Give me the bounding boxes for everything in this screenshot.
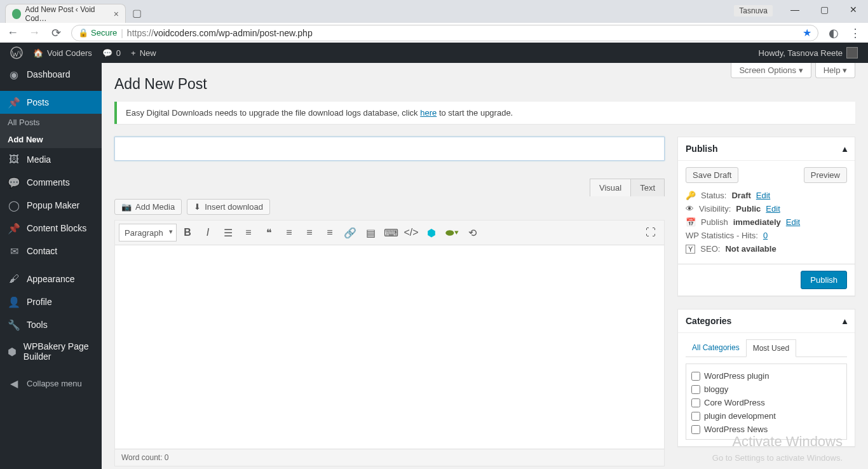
code-button[interactable]: </> — [402, 223, 421, 242]
bold-button[interactable]: B — [178, 223, 197, 242]
help-button[interactable]: Help ▾ — [815, 63, 855, 78]
wp-logo-icon[interactable] — [5, 46, 28, 59]
forward-button[interactable]: → — [28, 26, 41, 39]
tab-text[interactable]: Text — [630, 179, 665, 196]
avatar — [846, 47, 858, 58]
wp-admin-bar: 🏠Void Coders 💬0 +New Howdy, Tasnova Reet… — [0, 43, 868, 63]
add-media-button[interactable]: 📷Add Media — [114, 199, 182, 215]
toggle-icon[interactable]: ▴ — [843, 144, 847, 154]
insert-download-button[interactable]: ⬇Insert download — [187, 199, 270, 215]
back-button[interactable]: ← — [6, 26, 19, 39]
sidebar-item-popup-maker[interactable]: ◯Popup Maker — [0, 194, 102, 217]
download-icon: ⬇ — [194, 202, 201, 212]
sidebar-item-posts[interactable]: 📌Posts — [0, 91, 102, 114]
read-more-button[interactable]: ▤ — [361, 223, 380, 242]
sidebar-item-contact[interactable]: ✉Contact — [0, 240, 102, 262]
editor-toolbar: Paragraph B I ☰ ≡ ❝ ≡ ≡ ≡ 🔗 ▤ ⌨ </> ⬢ — [115, 221, 664, 245]
post-title-input[interactable] — [114, 137, 665, 161]
save-draft-button[interactable]: Save Draft — [686, 167, 738, 183]
comments-icon: 💬 — [8, 176, 20, 189]
editor-content[interactable] — [115, 245, 664, 449]
url-input[interactable]: 🔒 Secure | https://voidcoders.com/wp-adm… — [71, 25, 818, 41]
tab-most-used[interactable]: Most Used — [746, 339, 796, 357]
screen-options-button[interactable]: Screen Options ▾ — [731, 63, 811, 78]
category-item[interactable]: WordPress plugin — [691, 369, 841, 383]
category-list[interactable]: WordPress plugin bloggy Core WordPress p… — [686, 364, 847, 440]
align-left-button[interactable]: ≡ — [280, 223, 299, 242]
screen-meta-links: Screen Options ▾ Help ▾ — [731, 63, 855, 78]
align-right-button[interactable]: ≡ — [320, 223, 339, 242]
reload-button[interactable]: ⟳ — [50, 26, 62, 40]
toggle-icon[interactable]: ▴ — [843, 316, 847, 326]
publish-button[interactable]: Publish — [801, 271, 847, 289]
tab-title: Add New Post ‹ Void Cod… — [25, 5, 109, 23]
category-checkbox[interactable] — [691, 398, 700, 407]
url-text: https://voidcoders.com/wp-admin/post-new… — [127, 28, 313, 38]
seo-row: Y SEO: Not available — [686, 244, 847, 254]
sidebar-item-comments[interactable]: 💬Comments — [0, 171, 102, 194]
extension-icon[interactable]: ◐ — [827, 26, 840, 40]
publish-heading[interactable]: Publish▴ — [678, 137, 855, 161]
sidebar-item-dashboard[interactable]: ◉Dashboard — [0, 63, 102, 86]
preview-button[interactable]: Preview — [804, 167, 847, 183]
submenu-add-new[interactable]: Add New — [0, 131, 102, 148]
comments-link[interactable]: 💬0 — [97, 48, 126, 58]
plugin2-icon[interactable]: ⬬▾ — [442, 223, 461, 242]
tab-all-categories[interactable]: All Categories — [686, 339, 746, 357]
sidebar-item-wpbakery[interactable]: ⬢WPBakery Page Builder — [0, 336, 102, 367]
link-button[interactable]: 🔗 — [341, 223, 360, 242]
profile-badge[interactable]: Tasnuva — [734, 5, 773, 17]
maximize-button[interactable]: ▢ — [810, 0, 839, 19]
camera-icon: 📷 — [121, 202, 132, 212]
status-row: 🔑 Status: Draft Edit — [686, 191, 847, 200]
word-count: Word count: 0 — [115, 449, 664, 466]
edit-visibility-link[interactable]: Edit — [766, 204, 780, 214]
stats-link[interactable]: 0 — [763, 231, 768, 240]
category-checkbox[interactable] — [691, 372, 700, 381]
close-window-button[interactable]: ✕ — [839, 0, 868, 19]
category-checkbox[interactable] — [691, 385, 700, 394]
sidebar-item-media[interactable]: 🖼Media — [0, 148, 102, 171]
submenu-all-posts[interactable]: All Posts — [0, 114, 102, 131]
sidebar-item-appearance[interactable]: 🖌Appearance — [0, 268, 102, 290]
lock-icon: 🔒 — [78, 28, 88, 37]
format-select[interactable]: Paragraph — [119, 224, 177, 241]
categories-heading[interactable]: Categories▴ — [678, 309, 855, 333]
sidebar-item-profile[interactable]: 👤Profile — [0, 290, 102, 313]
sidebar-item-content-blocks[interactable]: 📌Content Blocks — [0, 217, 102, 240]
notice-link[interactable]: here — [420, 108, 437, 118]
mail-icon: ✉ — [8, 245, 20, 257]
numbered-list-button[interactable]: ≡ — [239, 223, 258, 242]
edit-schedule-link[interactable]: Edit — [786, 217, 800, 227]
blockquote-button[interactable]: ❝ — [259, 223, 278, 242]
refresh-button[interactable]: ⟲ — [463, 223, 482, 242]
close-tab-icon[interactable]: × — [114, 9, 119, 19]
edit-status-link[interactable]: Edit — [756, 191, 770, 200]
sidebar-item-tools[interactable]: 🔧Tools — [0, 313, 102, 336]
collapse-menu[interactable]: ◀Collapse menu — [0, 372, 102, 395]
category-item[interactable]: bloggy — [691, 383, 841, 396]
align-center-button[interactable]: ≡ — [300, 223, 319, 242]
category-item[interactable]: WordPress News — [691, 423, 841, 436]
howdy-account[interactable]: Howdy, Tasnova Reete — [754, 47, 863, 58]
site-name-link[interactable]: 🏠Void Coders — [28, 48, 97, 58]
fullscreen-button[interactable]: ⛶ — [641, 223, 660, 242]
brush-icon: 🖌 — [8, 273, 20, 285]
category-checkbox[interactable] — [691, 425, 700, 434]
main-content: Screen Options ▾ Help ▾ Add New Post Eas… — [102, 63, 868, 469]
toolbar-toggle-button[interactable]: ⌨ — [381, 223, 400, 242]
plugin1-icon[interactable]: ⬢ — [422, 223, 441, 242]
browser-tab[interactable]: Add New Post ‹ Void Cod… × — [5, 4, 126, 23]
bullet-list-button[interactable]: ☰ — [219, 223, 238, 242]
category-item[interactable]: plugin development — [691, 409, 841, 423]
bookmark-star-icon[interactable]: ★ — [803, 27, 811, 39]
minimize-button[interactable]: — — [780, 0, 810, 19]
editor: Paragraph B I ☰ ≡ ❝ ≡ ≡ ≡ 🔗 ▤ ⌨ </> ⬢ — [114, 220, 665, 466]
category-checkbox[interactable] — [691, 412, 700, 421]
new-content-link[interactable]: +New — [126, 48, 161, 58]
new-tab-button[interactable]: ▢ — [132, 7, 142, 23]
category-item[interactable]: Core WordPress — [691, 396, 841, 409]
italic-button[interactable]: I — [198, 223, 217, 242]
browser-menu-icon[interactable]: ⋮ — [849, 26, 862, 40]
tab-visual[interactable]: Visual — [590, 179, 631, 196]
